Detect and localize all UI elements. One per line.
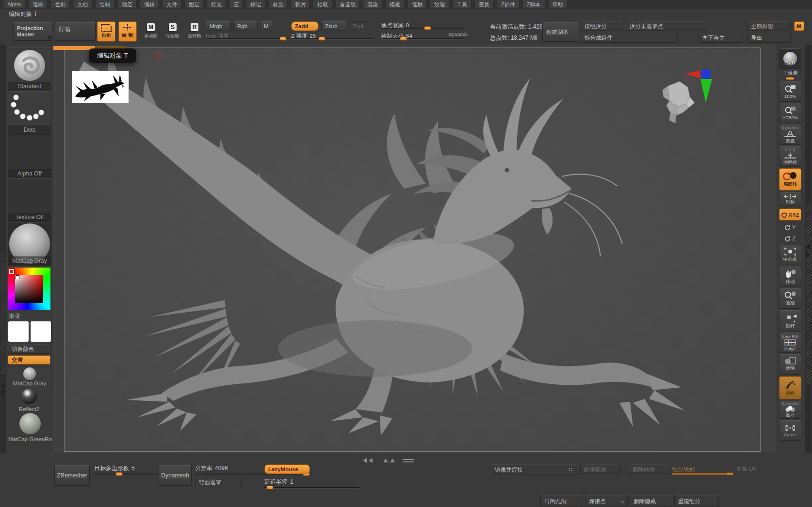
backface-mask-button[interactable]: 背面遮罩 [195, 478, 242, 487]
edit-button[interactable]: Edit [97, 21, 115, 42]
menu-item[interactable]: 标记 [246, 0, 265, 8]
color-picker[interactable] [8, 268, 50, 310]
menu-item[interactable]: 材质 [268, 0, 288, 8]
local-transform-button[interactable]: 局部转 [779, 168, 801, 190]
sdiv-level-bar[interactable] [672, 473, 732, 475]
menu-item[interactable]: 首选项 [335, 0, 360, 8]
rotate-axis-button[interactable]: R 旋转轴 [185, 22, 204, 42]
slider-handle[interactable] [318, 37, 325, 41]
merge-down-button[interactable]: 向下合并 [698, 33, 743, 43]
secondary-color-swatch[interactable] [30, 321, 51, 342]
left-edge-divider[interactable] [0, 45, 6, 453]
polyframe-button[interactable]: Line Fill PolyF [779, 333, 801, 353]
menu-item[interactable]: 绘制 [95, 0, 114, 8]
menu-item[interactable]: 拾取 [313, 0, 332, 8]
projection-master-button[interactable]: Projection Master [13, 22, 52, 41]
m-button[interactable]: M [260, 21, 273, 31]
focal-shift-slider[interactable]: 焦点衰减0 [381, 20, 464, 30]
right-edge-divider[interactable] [805, 45, 812, 453]
nav-up-icon[interactable] [383, 459, 388, 462]
menu-item[interactable]: 色彩 [50, 0, 70, 8]
xpose-button[interactable]: Xpose [779, 420, 801, 441]
menu-item[interactable]: 纹理 [430, 0, 449, 8]
menu-item[interactable]: 编辑 [140, 0, 159, 8]
sv-cursor-icon[interactable] [16, 275, 19, 279]
menu-item[interactable]: Z脚本 [522, 0, 545, 8]
slider-handle[interactable] [266, 486, 274, 490]
duplicate-button[interactable]: 创建副本 [542, 22, 579, 42]
split-unmasked-button[interactable]: 拆分未遮罩点 [626, 21, 706, 31]
perspective-button[interactable]: Dynamic 透视 [779, 125, 801, 145]
rotate-z-button[interactable]: Z [779, 233, 801, 243]
weld-points-button[interactable]: 焊接点 ○ [585, 495, 628, 507]
del-higher-button[interactable]: 删除高级 [629, 464, 669, 474]
slider-handle[interactable] [424, 26, 431, 30]
zsub-button[interactable]: Zsub [321, 21, 346, 31]
rgb-intensity-slider[interactable]: Rgb 强度 [206, 31, 289, 41]
slider-handle[interactable] [115, 472, 123, 476]
project-all-button[interactable]: 全部投射 [747, 21, 791, 31]
rotate-xyz-button[interactable]: XYZ [779, 208, 801, 221]
split-by-groups-button[interactable]: 按组拆分 [581, 21, 623, 31]
alternate-button[interactable]: 交替 [8, 355, 50, 364]
menu-item[interactable]: 动态 [117, 0, 137, 8]
menu-item[interactable]: 文件 [162, 0, 181, 8]
material-quick-slot[interactable]: MatCap Gray [8, 366, 51, 389]
expand-right-icon[interactable] [806, 252, 810, 257]
rotate-y-button[interactable]: Y [779, 222, 801, 232]
material-reflect2[interactable]: Reflect2 [8, 389, 50, 412]
del-hidden-button[interactable]: 删除隐藏 [630, 495, 672, 507]
lazy-radius-slider[interactable]: 延迟半径1 [264, 477, 359, 490]
menu-item[interactable]: 笔触 [407, 0, 427, 8]
material-greenro[interactable]: MatCap GreenRo [8, 413, 52, 453]
rgb-button[interactable]: Rgb [233, 21, 258, 31]
bpr-button[interactable]: BPR [779, 48, 801, 69]
nav-left-icon[interactable] [363, 458, 367, 463]
material-selector[interactable]: MatCap Gray [8, 222, 51, 266]
zoom-half-button[interactable]: AC50% [779, 103, 801, 123]
polymesh-head-preview[interactable] [658, 78, 698, 125]
scale-axis-button[interactable]: S 缩放轴 [163, 22, 182, 42]
slider-handle[interactable] [400, 37, 407, 41]
dynamic-badge[interactable]: Dynamic [449, 32, 468, 37]
menu-item[interactable]: 文档 [73, 0, 92, 8]
symmetry-button[interactable]: 对称 [779, 192, 801, 207]
sdiv-level-slider[interactable]: 细分级别 [672, 464, 733, 475]
menu-item[interactable]: 变换 [474, 0, 494, 8]
dynamesh-button[interactable]: Dynamesh [159, 465, 192, 486]
reconstruct-subdiv-button[interactable]: 重建细分 [674, 495, 719, 507]
draw-button[interactable]: 绘 制 [118, 21, 137, 42]
switch-color-button[interactable]: 切换颜色 [8, 344, 50, 354]
morph-uv-button[interactable]: 变换 UV [736, 465, 757, 473]
menu-item[interactable]: 图层 [184, 0, 204, 8]
menu-item[interactable]: 灯光 [207, 0, 226, 8]
zoom-actual-button[interactable]: 100% [779, 81, 801, 102]
menu-item[interactable]: 帮助 [548, 0, 568, 8]
move-axis-button[interactable]: M 移动轴 [142, 22, 160, 42]
slider-handle[interactable] [786, 77, 795, 80]
close-holes-button[interactable]: 封闭孔洞 [540, 495, 583, 507]
transparency-button[interactable]: 透明 [779, 354, 801, 375]
center-point-button[interactable]: 中心点 [779, 245, 801, 265]
solo-button[interactable]: Dynamic 孤立 [779, 401, 801, 419]
slider-handle[interactable] [279, 37, 287, 41]
floor-grid-button[interactable]: X Y Z 地网格 [779, 146, 801, 167]
texture-selector[interactable]: Texture Off [8, 178, 51, 222]
menu-item[interactable]: 宏 [229, 0, 243, 8]
expand-left-icon[interactable] [806, 244, 810, 249]
del-lower-button[interactable]: 删除低级 [580, 464, 620, 474]
split-to-parts-button[interactable]: 拆分成组件 [581, 33, 678, 43]
collapse-up-icon[interactable] [1, 384, 6, 387]
model-thumbnail[interactable] [72, 71, 129, 103]
stroke-selector[interactable]: Dots [8, 91, 51, 135]
menu-item[interactable]: Alpha [3, 0, 25, 8]
z-intensity-slider[interactable]: Z 强度25 [291, 31, 374, 41]
dragon-sculpt[interactable] [65, 48, 760, 451]
nav-up2-icon[interactable] [390, 459, 395, 462]
scale-button[interactable]: 缩放 [779, 288, 801, 309]
menu-item[interactable]: Z插件 [497, 0, 520, 8]
mrgb-button[interactable]: Mrgb [206, 21, 231, 31]
menu-item[interactable]: 笔刷 [28, 0, 48, 8]
lazymouse-button[interactable]: LazyMouse [264, 464, 310, 474]
hue-cursor-icon[interactable] [9, 269, 14, 274]
